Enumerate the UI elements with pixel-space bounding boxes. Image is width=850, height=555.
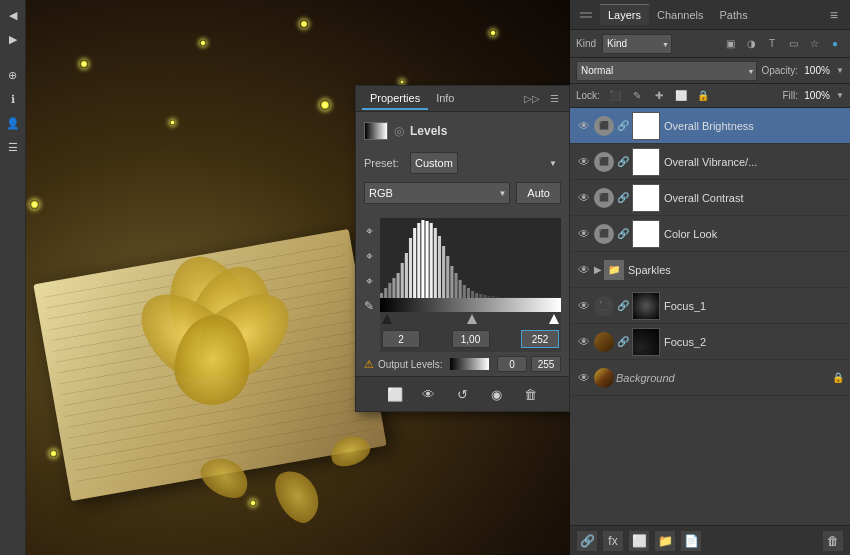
- layer-item-sparkles-group[interactable]: 👁 ▶ 📁 Sparkles: [570, 252, 850, 288]
- white-level-input[interactable]: 252: [521, 330, 559, 348]
- layer-visibility-contrast[interactable]: 👁: [576, 190, 592, 206]
- tool-filter[interactable]: ⊕: [2, 64, 24, 86]
- fill-value[interactable]: 100%: [801, 90, 833, 101]
- left-toolbar: ◀ ▶ ⊕ ℹ 👤 ☰: [0, 0, 26, 555]
- svg-rect-13: [434, 228, 437, 298]
- panel-content: ◎ Levels Preset: Custom RGB: [356, 112, 569, 218]
- lock-brush-icon[interactable]: ✎: [628, 87, 646, 105]
- svg-rect-11: [426, 221, 429, 298]
- undo-btn[interactable]: ↺: [451, 383, 475, 405]
- layer-visibility-sparkles[interactable]: 👁: [576, 262, 592, 278]
- levels-eyedropper-black[interactable]: ⌖: [358, 220, 380, 242]
- lock-artboard-icon[interactable]: ⬜: [672, 87, 690, 105]
- add-style-btn[interactable]: fx: [602, 530, 624, 552]
- layer-item-background[interactable]: 👁 Background 🔒: [570, 360, 850, 396]
- svg-rect-22: [471, 291, 474, 298]
- filter-smart-icon[interactable]: ☆: [805, 35, 823, 53]
- tab-paths[interactable]: Paths: [712, 5, 756, 25]
- side-tools: ⌖ ⌖ ⌖ ✎: [356, 218, 382, 319]
- channel-select[interactable]: RGB: [364, 182, 510, 204]
- opacity-dropdown-icon[interactable]: ▼: [836, 66, 844, 75]
- layers-tabs: Layers Channels Paths ≡: [570, 0, 850, 30]
- add-mask-btn[interactable]: ⬜: [628, 530, 650, 552]
- black-point-slider[interactable]: [382, 314, 392, 324]
- levels-eyedropper-white[interactable]: ⌖: [358, 270, 380, 292]
- svg-rect-19: [459, 280, 462, 298]
- layers-bottom-bar: 🔗 fx ⬜ 📁 📄 🗑: [570, 525, 850, 555]
- layers-panel-menu[interactable]: ≡: [824, 5, 844, 25]
- lock-transparent-icon[interactable]: ⬛: [606, 87, 624, 105]
- triangle-slider-row: [380, 312, 561, 326]
- levels-eyedropper-grey[interactable]: ⌖: [358, 245, 380, 267]
- layer-link-colorlook: 🔗: [616, 227, 630, 241]
- tool-move[interactable]: ▶: [2, 28, 24, 50]
- layer-adj-icon-vibrance: ⬛: [594, 152, 614, 172]
- visibility-btn[interactable]: 👁: [417, 383, 441, 405]
- filter-adj-icon[interactable]: ◑: [742, 35, 760, 53]
- new-layer-btn[interactable]: 📄: [680, 530, 702, 552]
- tool-collapse[interactable]: ◀: [2, 4, 24, 26]
- clip-layer-btn[interactable]: ⬜: [383, 383, 407, 405]
- output-max-input[interactable]: 255: [531, 356, 561, 372]
- layer-visibility-background[interactable]: 👁: [576, 370, 592, 386]
- tool-info[interactable]: ℹ: [2, 88, 24, 110]
- link-layers-btn[interactable]: 🔗: [576, 530, 598, 552]
- filter-shape-icon[interactable]: ▭: [784, 35, 802, 53]
- output-min-input[interactable]: 0: [497, 356, 527, 372]
- filter-pixel-icon[interactable]: ▣: [721, 35, 739, 53]
- levels-sample-tool[interactable]: ✎: [358, 295, 380, 317]
- layer-item-color-look[interactable]: 👁 ⬛ 🔗 Color Look: [570, 216, 850, 252]
- panel-bottom-toolbar: ⬜ 👁 ↺ ◉ 🗑: [356, 376, 569, 411]
- layer-item-overall-contrast[interactable]: 👁 ⬛ 🔗 Overall Contrast: [570, 180, 850, 216]
- layer-name-brightness: Overall Brightness: [664, 120, 844, 132]
- preset-select[interactable]: Custom: [410, 152, 458, 174]
- tab-info[interactable]: Info: [428, 88, 462, 110]
- white-point-slider[interactable]: [549, 314, 559, 324]
- output-levels-label: Output Levels:: [378, 359, 442, 370]
- opacity-value[interactable]: 100%: [801, 65, 833, 76]
- panel-menu-icon[interactable]: ☰: [545, 90, 563, 108]
- layer-item-focus2[interactable]: 👁 🔗 Focus_2: [570, 324, 850, 360]
- tab-channels[interactable]: Channels: [649, 5, 711, 25]
- auto-button[interactable]: Auto: [516, 182, 561, 204]
- layer-visibility-colorlook[interactable]: 👁: [576, 226, 592, 242]
- layer-visibility-vibrance[interactable]: 👁: [576, 154, 592, 170]
- filter-toggle[interactable]: ●: [826, 35, 844, 53]
- layer-visibility-overall-brightness[interactable]: 👁: [576, 118, 592, 134]
- svg-rect-28: [496, 297, 499, 298]
- levels-header: ◎ Levels: [364, 118, 561, 144]
- sparkle-9: [50, 450, 57, 457]
- kind-select[interactable]: Kind: [602, 34, 672, 54]
- layer-name-colorlook: Color Look: [664, 228, 844, 240]
- tab-layers[interactable]: Layers: [600, 4, 649, 25]
- group-arrow-sparkles[interactable]: ▶: [594, 264, 602, 275]
- tool-person[interactable]: 👤: [2, 112, 24, 134]
- panel-expand-icon[interactable]: ▷▷: [523, 90, 541, 108]
- lock-all-icon[interactable]: 🔒: [694, 87, 712, 105]
- fill-dropdown-icon[interactable]: ▼: [836, 91, 844, 100]
- svg-rect-29: [500, 297, 557, 298]
- tab-properties[interactable]: Properties: [362, 88, 428, 110]
- channel-select-wrapper: RGB: [364, 182, 510, 204]
- new-group-btn[interactable]: 📁: [654, 530, 676, 552]
- layer-link-vibrance: 🔗: [616, 155, 630, 169]
- delete-btn[interactable]: 🗑: [519, 383, 543, 405]
- layer-item-overall-brightness[interactable]: 👁 ⬛ 🔗 Overall Brightness: [570, 108, 850, 144]
- preset-label: Preset:: [364, 157, 404, 169]
- layer-visibility-focus1[interactable]: 👁: [576, 298, 592, 314]
- layer-visibility-focus2[interactable]: 👁: [576, 334, 592, 350]
- lock-label: Lock:: [576, 90, 600, 101]
- mode-select[interactable]: Normal Multiply Screen Overlay: [576, 61, 757, 81]
- black-level-input[interactable]: 2: [382, 330, 420, 348]
- mid-level-input[interactable]: 1,00: [452, 330, 490, 348]
- midpoint-slider[interactable]: [467, 314, 477, 324]
- layer-item-focus1[interactable]: 👁 ⬛ 🔗 Focus_1: [570, 288, 850, 324]
- layer-item-overall-vibrance[interactable]: 👁 ⬛ 🔗 Overall Vibrance/...: [570, 144, 850, 180]
- histogram-wrapper: ⌖ ⌖ ⌖ ✎: [356, 218, 569, 352]
- lock-position-icon[interactable]: ✚: [650, 87, 668, 105]
- tool-settings[interactable]: ☰: [2, 136, 24, 158]
- mask-btn[interactable]: ◉: [485, 383, 509, 405]
- output-gradient-bar: [450, 358, 489, 370]
- delete-layer-btn[interactable]: 🗑: [822, 530, 844, 552]
- filter-type-icon[interactable]: T: [763, 35, 781, 53]
